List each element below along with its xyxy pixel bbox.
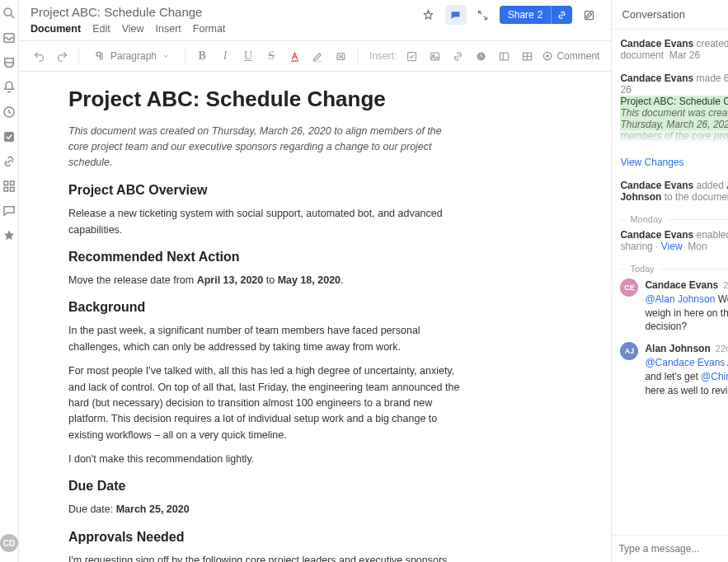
italic-button[interactable]: I xyxy=(217,49,233,63)
conversation-header: Conversation xyxy=(612,0,728,30)
apps-icon[interactable] xyxy=(1,178,17,194)
bell-icon[interactable] xyxy=(1,79,17,96)
message-input[interactable] xyxy=(618,543,728,555)
search-icon[interactable] xyxy=(1,5,17,21)
message-author: Alan Johnson xyxy=(645,342,710,356)
menu-document[interactable]: Document xyxy=(31,23,81,35)
insert-label: Insert: xyxy=(369,50,397,62)
mention[interactable]: @Chinua Toure xyxy=(701,371,728,382)
user-avatar[interactable]: CD xyxy=(0,534,18,552)
svg-rect-6 xyxy=(4,181,8,185)
header-actions: Share 2 xyxy=(418,5,600,25)
approvals-heading: Approvals Needed xyxy=(68,530,588,545)
divider-today: Today xyxy=(620,264,728,274)
next-action-heading: Recommended Next Action xyxy=(68,250,588,265)
svg-line-1 xyxy=(11,15,14,18)
view-changes-link[interactable]: View Changes xyxy=(620,157,728,168)
tasks-icon[interactable] xyxy=(1,129,17,145)
activity-added-user: Candace Evans added Alan Johnson to the … xyxy=(620,180,728,203)
menu-edit[interactable]: Edit xyxy=(92,23,110,35)
redo-icon[interactable] xyxy=(54,47,70,65)
svg-rect-8 xyxy=(4,188,8,192)
expand-icon[interactable] xyxy=(472,5,494,25)
due-date-text: Due date: March 25, 2020 xyxy=(68,502,464,518)
svg-rect-7 xyxy=(11,181,15,185)
svg-rect-18 xyxy=(430,53,439,60)
overview-heading: Project ABC Overview xyxy=(68,183,588,198)
conversation-panel: Conversation Candace Evans created the d… xyxy=(612,0,728,562)
tray-icon[interactable] xyxy=(1,54,17,71)
svg-point-0 xyxy=(4,8,12,16)
svg-rect-21 xyxy=(500,53,508,60)
insert-mention-icon[interactable] xyxy=(472,47,489,65)
clear-format-icon[interactable] xyxy=(332,47,349,65)
paragraph-style-select[interactable]: Paragraph xyxy=(87,50,176,62)
insert-table-icon[interactable] xyxy=(519,47,535,65)
conversation-toggle-icon[interactable] xyxy=(445,5,467,25)
share-button[interactable]: Share 2 xyxy=(500,6,552,24)
svg-rect-17 xyxy=(407,52,416,60)
insert-image-icon[interactable] xyxy=(426,47,443,65)
message-text: @Candace Evans Absolutely, and let's get… xyxy=(645,356,728,397)
doc-intro: This document was created on Thursday, M… xyxy=(68,124,456,170)
divider-monday: Monday xyxy=(620,214,728,224)
doc-h1: Project ABC: Schedule Change xyxy=(68,87,588,112)
chat-icon[interactable] xyxy=(1,203,17,219)
activity-link-sharing: Candace Evans enabled link sharing · Vie… xyxy=(620,229,728,252)
background-p3: I don't make this recommendation lightly… xyxy=(68,452,464,467)
link-icon[interactable] xyxy=(1,153,17,170)
next-action-text: Move the release date from April 13, 202… xyxy=(68,273,464,288)
favorite-star-icon[interactable] xyxy=(418,5,439,25)
due-date-heading: Due Date xyxy=(68,479,588,494)
mention[interactable]: @Alan Johnson xyxy=(645,293,715,305)
view-link[interactable]: View xyxy=(661,241,683,252)
menu-view[interactable]: View xyxy=(122,23,144,35)
compose-icon[interactable] xyxy=(578,5,599,25)
document-body[interactable]: Project ABC: Schedule Change This docume… xyxy=(19,72,611,562)
activity-created: Candace Evans created the document Mar 2… xyxy=(620,38,728,61)
underline-button[interactable]: U xyxy=(240,49,256,63)
approvals-text: I'm requesting sign off by the following… xyxy=(68,553,464,562)
history-icon[interactable] xyxy=(1,104,17,120)
share-link-button[interactable] xyxy=(551,6,572,24)
message-time: 20m xyxy=(723,279,728,292)
highlight-icon[interactable] xyxy=(309,47,326,65)
insert-link-icon[interactable] xyxy=(449,47,466,65)
app-rail: CD xyxy=(0,0,19,562)
insert-checkbox-icon[interactable] xyxy=(403,47,420,65)
bold-button[interactable]: B xyxy=(194,49,210,63)
menu-insert[interactable]: Insert xyxy=(156,23,181,35)
background-heading: Background xyxy=(68,300,588,315)
doc-title: Project ABC: Schedule Change xyxy=(31,5,202,19)
strike-button[interactable]: S xyxy=(263,49,279,63)
mention[interactable]: @Candace Evans xyxy=(645,357,725,368)
message-author: Candace Evans xyxy=(645,279,718,293)
background-p2: For most people I've talked with, all th… xyxy=(68,363,464,443)
inbox-icon[interactable] xyxy=(1,30,17,46)
message-avatar: AJ xyxy=(620,342,638,360)
conversation-body[interactable]: Candace Evans created the document Mar 2… xyxy=(612,30,728,535)
message-time: 22m xyxy=(716,343,728,355)
add-comment-button[interactable]: Comment xyxy=(542,50,599,62)
chat-message: AJAlan Johnson22m@Candace Evans Absolute… xyxy=(620,342,728,397)
text-color-icon[interactable] xyxy=(286,47,303,65)
message-composer: Send xyxy=(612,535,728,562)
svg-rect-5 xyxy=(4,132,14,142)
activity-edits: Candace Evans made 6 edits Mar 26 Projec… xyxy=(620,73,728,145)
chat-message: CECandace Evans20m@Alan Johnson Would yo… xyxy=(620,279,728,334)
main-area: Project ABC: Schedule Change Share 2 Doc… xyxy=(19,0,612,562)
message-avatar: CE xyxy=(620,279,638,297)
undo-icon[interactable] xyxy=(31,47,47,65)
insert-layout-icon[interactable] xyxy=(496,47,512,65)
overview-text: Release a new ticketing system with soci… xyxy=(68,206,464,238)
toolbar: Paragraph B I U S Insert: Comment xyxy=(19,41,611,72)
message-text: @Alan Johnson Would you weigh in here on… xyxy=(645,293,728,334)
background-p1: In the past week, a significant number o… xyxy=(68,323,464,355)
star-icon[interactable] xyxy=(1,227,17,244)
svg-rect-9 xyxy=(11,188,15,192)
menu-format[interactable]: Format xyxy=(193,23,226,35)
